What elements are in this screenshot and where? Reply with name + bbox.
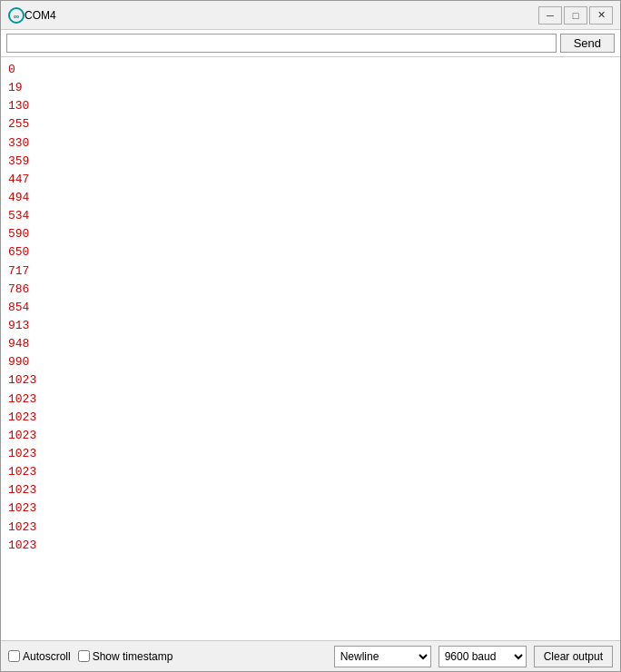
title-bar: ∞ COM4 ─ □ ✕ bbox=[1, 1, 620, 30]
status-bar: Autoscroll Show timestamp NewlineNo line… bbox=[1, 640, 620, 671]
output-line: 447 bbox=[8, 171, 613, 189]
arduino-icon: ∞ bbox=[8, 7, 25, 24]
output-line: 19 bbox=[8, 79, 613, 97]
show-timestamp-checkbox[interactable] bbox=[78, 650, 90, 662]
serial-monitor-window: ∞ COM4 ─ □ ✕ Send 0191302553303594474945… bbox=[0, 0, 621, 672]
minimize-button[interactable]: ─ bbox=[538, 6, 562, 25]
svg-text:∞: ∞ bbox=[14, 12, 20, 21]
output-line: 494 bbox=[8, 189, 613, 207]
output-line: 130 bbox=[8, 97, 613, 115]
output-line: 1023 bbox=[8, 371, 613, 390]
output-line: 913 bbox=[8, 317, 613, 335]
output-line: 1023 bbox=[8, 409, 613, 427]
output-line: 255 bbox=[8, 115, 613, 133]
baud-select[interactable]: 300 baud1200 baud2400 baud4800 baud9600 … bbox=[439, 646, 527, 667]
output-line: 590 bbox=[8, 225, 613, 243]
send-button[interactable]: Send bbox=[560, 34, 615, 53]
show-timestamp-label[interactable]: Show timestamp bbox=[78, 650, 173, 663]
output-line: 1023 bbox=[8, 463, 613, 481]
output-line: 1023 bbox=[8, 481, 613, 499]
output-line: 948 bbox=[8, 335, 613, 353]
output-line: 1023 bbox=[8, 499, 613, 518]
maximize-button[interactable]: □ bbox=[564, 6, 587, 25]
window-title: COM4 bbox=[25, 9, 538, 22]
window-controls: ─ □ ✕ bbox=[538, 6, 613, 25]
output-line: 1023 bbox=[8, 537, 613, 555]
input-bar: Send bbox=[1, 30, 620, 57]
output-line: 1023 bbox=[8, 427, 613, 445]
autoscroll-checkbox[interactable] bbox=[8, 650, 20, 662]
autoscroll-text: Autoscroll bbox=[23, 650, 71, 663]
output-line: 990 bbox=[8, 353, 613, 371]
output-line: 1023 bbox=[8, 445, 613, 463]
output-line: 330 bbox=[8, 134, 613, 153]
output-area[interactable]: 0191302553303594474945345906507177868549… bbox=[1, 57, 620, 640]
output-line: 359 bbox=[8, 153, 613, 171]
clear-output-button[interactable]: Clear output bbox=[534, 646, 613, 667]
close-button[interactable]: ✕ bbox=[589, 6, 613, 25]
output-line: 717 bbox=[8, 262, 613, 281]
output-line: 0 bbox=[8, 61, 613, 79]
output-line: 650 bbox=[8, 243, 613, 262]
output-line: 786 bbox=[8, 281, 613, 299]
output-line: 1023 bbox=[8, 519, 613, 537]
output-line: 534 bbox=[8, 207, 613, 225]
output-line: 854 bbox=[8, 299, 613, 317]
autoscroll-label[interactable]: Autoscroll bbox=[8, 650, 71, 663]
newline-select[interactable]: NewlineNo line endingCarriage returnBoth… bbox=[334, 646, 431, 667]
show-timestamp-text: Show timestamp bbox=[93, 650, 173, 663]
output-line: 1023 bbox=[8, 390, 613, 409]
serial-input[interactable] bbox=[6, 34, 557, 53]
